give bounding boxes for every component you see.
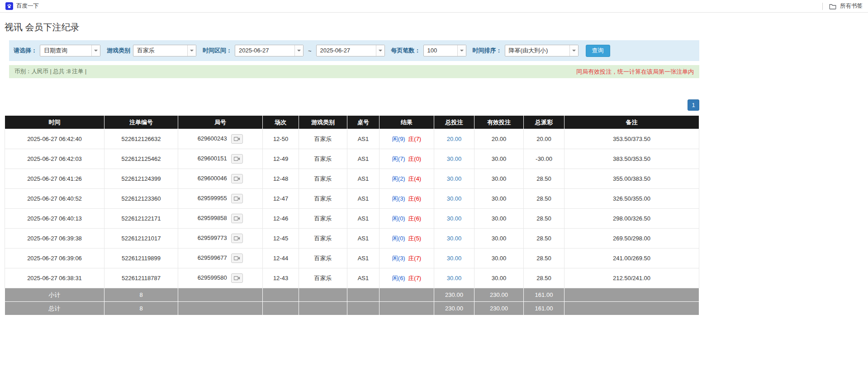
column-header-round-id: 局号	[178, 116, 263, 129]
cell-table-no: AS1	[347, 169, 379, 189]
round-id-text: 629600046	[198, 175, 227, 182]
cell-round-id: 629599773	[178, 229, 263, 249]
total-label: 总计	[5, 302, 104, 315]
subtotal-count: 8	[104, 288, 178, 302]
subtotal-valid-bet: 230.00	[474, 288, 524, 302]
date-from-input[interactable]: 2025-06-27	[235, 45, 304, 56]
filter-bar: 请选择： 日期查询 游戏类别 百家乐 时间区间： 2025-06-27 ~ 20…	[9, 40, 699, 61]
cell-result: 闲(0) 庄(5)	[379, 229, 434, 249]
chevron-down-icon[interactable]	[569, 45, 578, 56]
total-bet-link[interactable]: 30.00	[447, 215, 462, 222]
cell-note: 355.00/383.50	[564, 169, 699, 189]
date-to-input[interactable]: 2025-06-27	[316, 45, 385, 56]
cell-payout: 20.00	[524, 129, 564, 149]
result-player: 闲(3)	[392, 255, 405, 262]
result-banker: 庄(5)	[408, 235, 421, 242]
page-size-label: 每页笔数：	[391, 47, 421, 55]
total-bet-link[interactable]: 30.00	[447, 235, 462, 242]
search-button[interactable]: 查询	[586, 45, 610, 57]
video-camera-icon[interactable]	[231, 134, 243, 144]
video-camera-icon[interactable]	[231, 253, 243, 263]
cell-valid-bet: 30.00	[474, 149, 524, 169]
total-bet-link[interactable]: 30.00	[447, 155, 462, 162]
query-type-select[interactable]: 日期查询	[40, 45, 100, 56]
video-camera-icon[interactable]	[231, 234, 243, 243]
subtotal-label: 小计	[5, 288, 104, 302]
cell-total-bet: 30.00	[434, 189, 474, 209]
currency-total-text: 币别：人民币 | 总共 :8 注单 |	[14, 68, 86, 75]
time-sort-select[interactable]: 降幂(由大到小)	[505, 45, 579, 56]
total-bet-link[interactable]: 30.00	[447, 195, 462, 202]
cell-result: 闲(9) 庄(7)	[379, 129, 434, 149]
subtotal-row: 小计 8 230.00 230.00 161.00	[5, 288, 699, 302]
total-bet-link[interactable]: 30.00	[447, 175, 462, 182]
all-bookmarks-button[interactable]: 所有书签	[840, 2, 863, 10]
subtotal-payout: 161.00	[524, 288, 564, 302]
total-bet-link[interactable]: 30.00	[447, 255, 462, 262]
cell-game-type: 百家乐	[299, 268, 347, 288]
total-bet-link[interactable]: 30.00	[447, 275, 462, 281]
cell-table-no: AS1	[347, 189, 379, 209]
page-size-select[interactable]: 100	[423, 45, 466, 56]
cell-session: 12-49	[263, 149, 299, 169]
total-bet-link[interactable]: 20.00	[447, 136, 462, 142]
result-player: 闲(3)	[392, 195, 405, 202]
page-number-button[interactable]: 1	[688, 99, 699, 111]
column-header-note: 备注	[564, 116, 699, 129]
cell-result: 闲(7) 庄(0)	[379, 149, 434, 169]
cell-game-type: 百家乐	[299, 189, 347, 209]
cell-note: 353.50/373.50	[564, 129, 699, 149]
result-player: 闲(0)	[392, 235, 405, 242]
cell-time: 2025-06-27 06:42:03	[5, 149, 104, 169]
table-row: 2025-06-27 06:42:40 522612126632 6296002…	[5, 129, 699, 149]
table-row: 2025-06-27 06:39:06 522612119899 6295996…	[5, 249, 699, 268]
chevron-down-icon[interactable]	[187, 45, 196, 56]
cell-game-type: 百家乐	[299, 229, 347, 249]
summary-bar: 币别：人民币 | 总共 :8 注单 | 同局有效投注，统一计算在该局第一张注单内	[9, 65, 699, 78]
game-type-select[interactable]: 百家乐	[133, 45, 196, 56]
column-header-session: 场次	[263, 116, 299, 129]
cell-game-type: 百家乐	[299, 129, 347, 149]
round-id-text: 629599677	[198, 254, 227, 261]
cell-payout: 28.50	[524, 169, 564, 189]
cell-bet-id: 522612121017	[104, 229, 178, 249]
date-range-label: 时间区间：	[203, 47, 232, 55]
time-sort-value: 降幂(由大到小)	[505, 45, 569, 56]
table-row: 2025-06-27 06:40:13 522612122171 6295998…	[5, 209, 699, 229]
chevron-down-icon[interactable]	[91, 45, 100, 56]
cell-note: 298.00/326.50	[564, 209, 699, 229]
cell-round-id: 629599580	[178, 268, 263, 288]
cell-total-bet: 30.00	[434, 169, 474, 189]
chevron-down-icon[interactable]	[376, 45, 384, 56]
column-header-table-no: 桌号	[347, 116, 379, 129]
cell-note: 326.50/355.00	[564, 189, 699, 209]
query-type-label: 请选择：	[14, 47, 37, 55]
cell-payout: 28.50	[524, 229, 564, 249]
subtotal-total-bet: 230.00	[434, 288, 474, 302]
time-sort-label: 时间排序：	[473, 47, 502, 55]
video-camera-icon[interactable]	[231, 194, 243, 203]
video-camera-icon[interactable]	[231, 273, 243, 283]
table-row: 2025-06-27 06:42:03 522612125462 6296001…	[5, 149, 699, 169]
cell-game-type: 百家乐	[299, 149, 347, 169]
cell-time: 2025-06-27 06:39:06	[5, 249, 104, 268]
cell-round-id: 629600243	[178, 129, 263, 149]
cell-session: 12-43	[263, 268, 299, 288]
result-banker: 庄(4)	[408, 175, 421, 182]
total-payout: 161.00	[524, 302, 564, 315]
cell-round-id: 629599858	[178, 209, 263, 229]
video-camera-icon[interactable]	[231, 214, 243, 223]
cell-table-no: AS1	[347, 268, 379, 288]
video-camera-icon[interactable]	[231, 174, 243, 183]
column-header-result: 结果	[379, 116, 434, 129]
chevron-down-icon[interactable]	[457, 45, 466, 56]
bookmark-baidu-label: 百度一下	[16, 2, 39, 10]
page-content: 视讯 会员下注纪录 请选择： 日期查询 游戏类别 百家乐 时间区间： 2025-…	[0, 21, 704, 315]
bookmark-baidu[interactable]: 百度一下	[5, 2, 39, 10]
cell-result: 闲(0) 庄(6)	[379, 209, 434, 229]
video-camera-icon[interactable]	[231, 154, 243, 164]
cell-bet-id: 522612123360	[104, 189, 178, 209]
cell-valid-bet: 30.00	[474, 229, 524, 249]
column-header-valid-bet: 有效投注	[474, 116, 524, 129]
chevron-down-icon[interactable]	[294, 45, 303, 56]
